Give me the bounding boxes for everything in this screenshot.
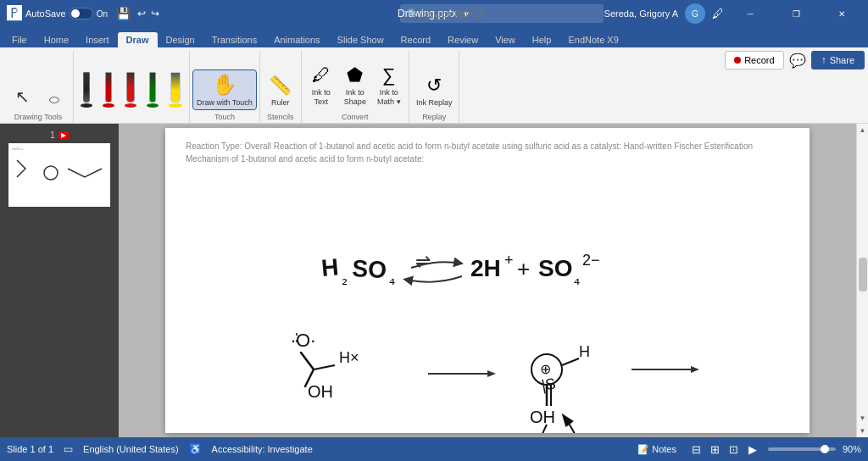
pen-icon[interactable]: 🖊 [712, 7, 724, 20]
grid-view-icon[interactable]: ⊞ [707, 441, 724, 458]
ink-to-shape-button[interactable]: ⬟ Ink toShape [339, 62, 371, 109]
share-label: Share [830, 55, 854, 65]
svg-text:₄: ₄ [574, 271, 580, 288]
comments-icon[interactable]: 💬 [789, 53, 806, 69]
close-button[interactable]: ✕ [822, 0, 861, 27]
zoom-knob[interactable] [821, 445, 829, 453]
svg-text:H×: H× [339, 349, 359, 366]
language[interactable]: English (United States) [83, 444, 179, 454]
svg-text:₂: ₂ [342, 271, 348, 288]
svg-point-1 [44, 166, 58, 180]
lasso-icon: ⬭ [49, 92, 59, 107]
svg-text:SO: SO [352, 255, 387, 283]
view-icons: ⊟ ⊞ ⊡ ▶ [688, 441, 761, 458]
undo-icon[interactable]: ↩ [137, 8, 146, 19]
tab-file[interactable]: File [3, 32, 36, 47]
ribbon: ↖ ⬭ Drawing Tools [0, 47, 868, 124]
slide-canvas[interactable]: Reaction Type: Overall Reaction of 1-but… [165, 128, 810, 433]
autosave-state: On [97, 9, 108, 19]
slide-number-area: 1 ▶ [50, 131, 69, 140]
share-icon: ↑ [821, 54, 826, 66]
ribbon-tabs: File Home Insert Draw Design Transitions… [0, 27, 868, 47]
minimize-button[interactable]: ─ [731, 0, 770, 27]
zoom-slider[interactable] [768, 447, 836, 451]
select-tool-button[interactable]: ↖ [7, 84, 37, 109]
ink-to-math-icon: ∑ [382, 64, 396, 86]
draw-with-touch-button[interactable]: ✋ Draw with Touch [193, 70, 256, 109]
restore-button[interactable]: ❐ [776, 0, 815, 27]
green-pen-button[interactable] [143, 70, 162, 109]
tab-endnote[interactable]: EndNote X9 [559, 32, 626, 47]
touch-icon: ✋ [212, 73, 237, 97]
highlighter-button[interactable] [165, 70, 186, 109]
chemistry-drawing: H ₂ SO ₄ ⇌ 2H + + SO ₄ 2− [165, 128, 810, 433]
group-convert: 🖊 Ink toText ⬟ Ink toShape ∑ Ink toMath … [302, 51, 409, 123]
notes-button[interactable]: 📝 Notes [632, 442, 682, 457]
scroll-down-arrow1[interactable]: ▼ [857, 412, 868, 425]
svg-text:2H: 2H [470, 255, 501, 281]
record-button[interactable]: Record [725, 51, 783, 69]
ink-to-text-button[interactable]: 🖊 Ink toText [305, 62, 337, 109]
svg-text:₄: ₄ [389, 271, 395, 288]
lasso-tool-button[interactable]: ⬭ [39, 90, 70, 109]
group-label-replay: Replay [409, 113, 459, 121]
zoom-level[interactable]: 90% [843, 444, 861, 454]
autosave-toggle[interactable] [70, 8, 93, 19]
slideshow-view-icon[interactable]: ▶ [744, 441, 761, 458]
ruler-icon: 📏 [269, 75, 292, 97]
tab-view[interactable]: View [487, 32, 524, 47]
red-pen-button[interactable] [99, 70, 118, 109]
user-avatar[interactable]: G [685, 3, 705, 24]
tab-design[interactable]: Design [158, 32, 203, 47]
svg-text:OH: OH [530, 408, 555, 426]
tab-draw[interactable]: Draw [118, 32, 158, 47]
save-icon[interactable]: 💾 [116, 7, 131, 20]
svg-text:SO: SO [538, 255, 572, 281]
tab-review[interactable]: Review [439, 32, 487, 47]
canvas-area[interactable]: Reaction Type: Overall Reaction of 1-but… [119, 124, 856, 437]
group-touch: ✋ Draw with Touch Touch [190, 51, 260, 123]
slide-thumbnail[interactable]: H₂SO₄ [8, 143, 110, 207]
ink-replay-button[interactable]: ↺ Ink Replay [413, 72, 456, 109]
svg-marker-16 [487, 370, 496, 377]
tab-help[interactable]: Help [524, 32, 560, 47]
notes-icon: 📝 [637, 444, 649, 454]
ink-to-text-icon: 🖊 [312, 64, 331, 86]
group-label-drawing-tools: Drawing Tools [3, 113, 73, 121]
reading-view-icon[interactable]: ⊡ [726, 441, 743, 458]
red-marker-button[interactable] [121, 70, 140, 109]
group-label-touch: Touch [190, 113, 259, 121]
redo-icon[interactable]: ↪ [151, 8, 159, 19]
main-area: 1 ▶ H₂SO₄ Reaction Type: Overall Reactio… [0, 124, 868, 437]
tab-transitions[interactable]: Transitions [203, 32, 265, 47]
title-bar: 🅿 AutoSave On 💾 ↩ ↪ Drawing.pptx ▼ 🔍 Ser… [0, 0, 868, 27]
scroll-down-arrow2[interactable]: ▼ [857, 425, 868, 437]
status-bar: Slide 1 of 1 ▭ English (United States) ♿… [0, 437, 868, 461]
search-input[interactable] [422, 8, 597, 19]
vertical-scrollbar[interactable]: ▲ ▼ ▼ [856, 124, 868, 437]
ink-to-math-button[interactable]: ∑ Ink toMath ▾ [373, 62, 405, 109]
search-icon: 🔍 [407, 8, 419, 19]
svg-text:·O·: ·O· [291, 330, 315, 351]
share-button[interactable]: ↑ Share [811, 51, 865, 69]
action-buttons: Record 💬 ↑ Share [725, 51, 865, 69]
svg-text:|S: |S [540, 375, 557, 394]
normal-view-icon[interactable]: ⊟ [688, 441, 705, 458]
autosave-label: AutoSave [25, 8, 66, 19]
accessibility-label[interactable]: Accessibility: Investigate [212, 444, 313, 454]
record-label: Record [744, 55, 774, 65]
tab-home[interactable]: Home [36, 32, 77, 47]
tab-record[interactable]: Record [392, 32, 439, 47]
group-drawing-tools: ↖ ⬭ Drawing Tools [3, 51, 74, 123]
svg-text:+: + [517, 256, 530, 281]
scroll-up-arrow[interactable]: ▲ [857, 124, 868, 136]
slide-view-icon: ▭ [64, 443, 73, 455]
tab-slideshow[interactable]: Slide Show [329, 32, 392, 47]
ruler-button[interactable]: 📏 Ruler [264, 72, 298, 109]
black-pen-button[interactable] [77, 70, 96, 109]
tab-animations[interactable]: Animations [265, 32, 328, 47]
scroll-thumb[interactable] [859, 258, 867, 292]
tab-insert[interactable]: Insert [77, 32, 118, 47]
slide-number: 1 [50, 131, 55, 140]
user-name: Sereda, Grigory A [604, 8, 678, 19]
